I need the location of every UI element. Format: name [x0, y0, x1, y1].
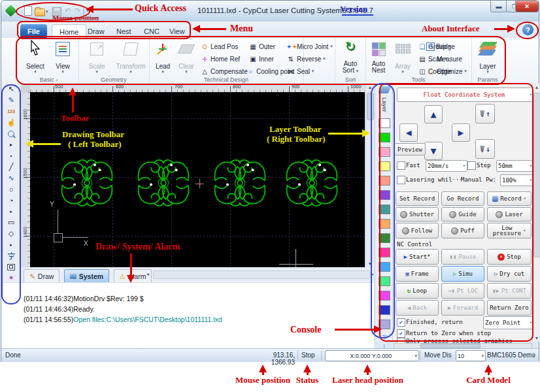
pie-tool-icon[interactable]: ◔ — [4, 195, 18, 206]
scale-button[interactable]: ↗ Scale▾ — [84, 40, 110, 74]
ornament-part-2[interactable] — [135, 157, 192, 208]
rectangle-tool-icon[interactable]: ▭ — [4, 217, 18, 228]
layer-swatch-1[interactable] — [379, 118, 390, 128]
jog-left-button[interactable]: ◀ — [399, 123, 418, 142]
tab-system-view[interactable]: System — [64, 269, 109, 282]
inner-button[interactable]: ▣Inner — [248, 54, 274, 64]
text-tool-icon[interactable] — [4, 250, 18, 261]
jog-down-button[interactable]: ▼ — [424, 142, 443, 160]
layer-swatch-15[interactable] — [379, 319, 390, 329]
fast-checkbox[interactable] — [397, 161, 405, 170]
arc-tool-icon[interactable]: ∿ — [4, 172, 18, 184]
dry-cut-button[interactable]: ▷Dry cut — [487, 266, 532, 282]
scroll-thumb[interactable] — [367, 93, 374, 120]
scroll-down-icon[interactable]: ▼ — [365, 261, 375, 266]
tab-file[interactable]: File — [20, 24, 47, 38]
simu-button[interactable]: ▷Simu — [441, 266, 484, 282]
lead-pos-button[interactable]: ⊙Lead Pos — [200, 41, 238, 52]
frame-button[interactable]: ▣Frame — [396, 266, 439, 282]
laser-button[interactable]: Laser — [487, 207, 532, 221]
jog-right-button[interactable]: ▶ — [452, 123, 470, 142]
layer-swatch-7[interactable] — [379, 204, 390, 214]
viewport-tool-icon[interactable] — [4, 261, 18, 272]
tab-draw[interactable]: Draw — [80, 24, 112, 38]
back-button[interactable]: ◀Back — [396, 300, 439, 316]
layer-swatch-9[interactable] — [379, 233, 390, 243]
line-tool-icon[interactable]: ╱ — [4, 161, 18, 172]
record-button[interactable]: Record▾ — [487, 191, 532, 206]
low-pressure-button[interactable]: Lowpressure▾ — [487, 223, 532, 238]
micro-joint-button[interactable]: ✦✦ Micro Joint ▾ — [286, 41, 333, 52]
scroll-down-icon[interactable]: ▼ — [533, 336, 540, 340]
array-button[interactable]: Array▾ — [392, 40, 414, 74]
open-file-caret-icon[interactable]: ▾ — [46, 10, 48, 14]
help-icon[interactable]: ? — [522, 24, 533, 35]
canvas-vscrollbar[interactable]: ▲ ▼ — [365, 84, 375, 267]
bridge-button[interactable]: H Bridge — [426, 41, 455, 52]
set-record-button[interactable]: Set Record — [396, 191, 439, 206]
reverse-button[interactable]: ⇅Reverse ▾ — [286, 54, 326, 64]
layer-button[interactable]: Layer▾ — [475, 40, 501, 74]
tab-scroll-left-icon[interactable]: ◂ — [146, 271, 149, 277]
layer-swatch-4[interactable] — [379, 161, 390, 171]
laser-position-select[interactable]: X:0.000 Y:0.000▾ — [325, 350, 419, 361]
nozzle-up-button[interactable]: ↑ — [475, 104, 495, 123]
finished-return-checkbox[interactable]: ✔ — [397, 318, 405, 327]
select-button[interactable]: Select▾ — [22, 40, 48, 74]
guide-button[interactable]: Guide — [441, 207, 484, 221]
new-file-icon[interactable] — [22, 5, 33, 16]
ornament-part-3[interactable] — [212, 157, 268, 208]
pan-hand-tool-icon[interactable]: ☝ — [4, 117, 18, 128]
stop-button[interactable]: ✕ Stop — [487, 249, 532, 265]
layer-swatch-10[interactable] — [379, 248, 390, 257]
measure-button[interactable]: ↔Measure — [426, 54, 462, 64]
return-when-stop-checkbox[interactable]: ✔ — [397, 329, 405, 338]
scroll-thumb[interactable] — [533, 93, 540, 257]
lasering-checkbox[interactable] — [397, 176, 405, 184]
minimize-button[interactable]: ▬ — [490, 1, 507, 12]
open-file-icon[interactable] — [34, 7, 45, 18]
numbers-tool-icon[interactable]: 123 — [4, 106, 18, 117]
start-button[interactable]: ▶Start* — [396, 249, 439, 265]
loop-button[interactable]: ↻Loop — [396, 283, 439, 299]
move-dis-select[interactable]: 10▾ — [456, 350, 486, 361]
coord-system-select[interactable]: Float Coordinate System▾ — [397, 88, 534, 102]
node-edit-tool-icon[interactable]: ✎ — [4, 95, 18, 106]
layer-swatch-11[interactable] — [379, 262, 390, 272]
console-vscrollbar[interactable]: ▲ ▼ — [532, 84, 540, 342]
optimize-button[interactable]: ▢Optimize ▾ — [426, 66, 467, 76]
compensate-button[interactable]: △Compensate — [200, 66, 248, 76]
ornament-part-4[interactable] — [284, 157, 340, 208]
layer-swatch-8[interactable] — [379, 219, 390, 229]
picker-tool-icon[interactable]: ▸ — [4, 139, 18, 150]
zoom-tool-icon[interactable] — [4, 128, 18, 139]
circle-tool-icon[interactable]: ○ — [4, 184, 18, 195]
nozzle-down-button[interactable]: ↓ — [475, 139, 495, 159]
forward-button[interactable]: ▶Forward — [441, 300, 484, 316]
tab-scroll-right-icon[interactable]: ▸ — [371, 271, 374, 277]
fast-select[interactable]: 20mm/s▾ — [426, 160, 467, 172]
quick-access-more-icon[interactable]: ▾ — [86, 7, 89, 13]
layer-swatch-5[interactable] — [379, 176, 390, 186]
select-tool-icon[interactable]: ↖ — [4, 84, 18, 95]
layer-swatch-14[interactable] — [379, 305, 390, 315]
transform-button[interactable]: Transform▾ — [115, 40, 146, 74]
pt-cont-button[interactable]: ▮▶Pt CONT — [487, 283, 532, 299]
follow-button[interactable]: Follow — [396, 223, 439, 238]
auto-nest-button[interactable]: AutoNest — [367, 40, 390, 74]
point-tool-icon[interactable]: • — [4, 150, 18, 161]
preview-button[interactable]: Preview — [394, 143, 426, 155]
ornament-part-1[interactable] — [59, 157, 115, 208]
outer-button[interactable]: ▦Outer — [248, 41, 275, 52]
close-button[interactable]: ✕ — [515, 1, 539, 12]
zero-point-select[interactable]: Zero Point▾ — [483, 316, 534, 329]
pause-button[interactable]: ▮▮Pause — [441, 249, 484, 265]
tab-draw-view[interactable]: ✎Draw — [24, 269, 59, 282]
home-ref-button[interactable]: ✛Home Ref — [200, 54, 240, 64]
align-top-icon[interactable]: ⊤ — [375, 334, 393, 342]
scroll-up-icon[interactable]: ▲ — [533, 84, 540, 90]
clear-button[interactable]: Clear▾ — [175, 40, 197, 74]
layer-swatch-12[interactable] — [379, 276, 390, 286]
layer-panel-icon[interactable] — [377, 86, 390, 93]
jog-up-button[interactable]: ▲ — [424, 105, 443, 123]
